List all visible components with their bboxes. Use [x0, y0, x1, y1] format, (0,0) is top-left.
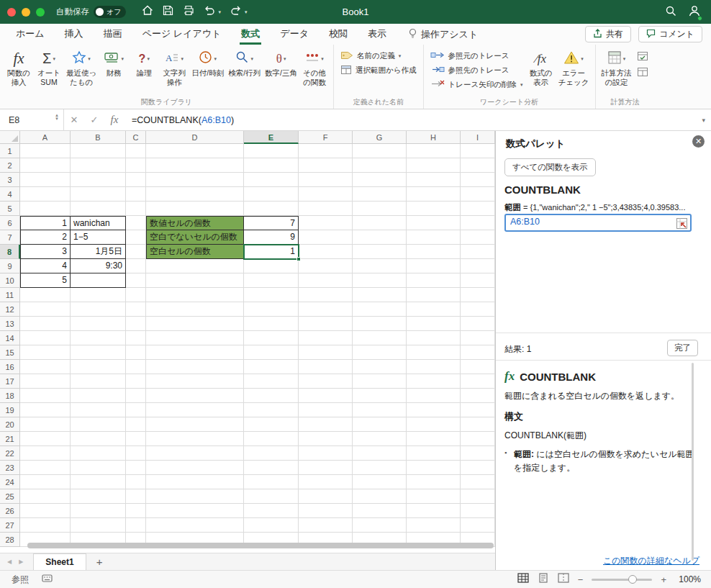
function-help-link[interactable]: この関数の詳細なヘルプ: [603, 555, 699, 567]
zoom-out-icon[interactable]: −: [578, 574, 584, 585]
fill-handle[interactable]: [296, 257, 301, 261]
cell-A6[interactable]: 1: [20, 216, 71, 230]
row-header-24[interactable]: 24: [0, 475, 20, 489]
lookup-reference-button[interactable]: ▾ 検索/行列: [226, 47, 263, 80]
row-header-9[interactable]: 9: [0, 259, 20, 273]
panel-scrollbar[interactable]: [692, 363, 694, 561]
row-header-23[interactable]: 23: [0, 461, 20, 475]
row-header-22[interactable]: 22: [0, 446, 20, 461]
date-time-button[interactable]: ▾ 日付/時刻: [189, 47, 226, 80]
save-icon[interactable]: [163, 5, 173, 19]
cell-D7[interactable]: 空白でないセルの個数: [146, 230, 244, 245]
row-header-12[interactable]: 12: [0, 302, 20, 317]
select-all-corner[interactable]: [0, 131, 20, 144]
row-header-28[interactable]: 28: [0, 533, 20, 547]
comments-button[interactable]: コメント: [638, 26, 702, 42]
close-icon[interactable]: ✕: [692, 135, 705, 148]
zoom-slider[interactable]: [592, 579, 652, 581]
tab-review[interactable]: 校閲: [327, 24, 349, 45]
cell-A9[interactable]: 4: [20, 259, 71, 273]
row-header-11[interactable]: 11: [0, 288, 20, 302]
row-header-13[interactable]: 13: [0, 317, 20, 331]
cell-B9[interactable]: 9:30: [71, 259, 126, 273]
page-layout-view-icon[interactable]: [538, 573, 549, 586]
recently-used-button[interactable]: ▾ 最近使ったもの: [64, 47, 99, 89]
more-functions-button[interactable]: ▾ その他の関数: [299, 47, 330, 89]
home-icon[interactable]: [142, 5, 153, 19]
row-header-2[interactable]: 2: [0, 158, 20, 173]
calculate-sheet-icon[interactable]: [637, 67, 648, 80]
page-break-view-icon[interactable]: [558, 573, 569, 586]
prev-sheet-icon[interactable]: ◀: [7, 558, 12, 565]
cancel-entry-icon[interactable]: ✕: [64, 114, 84, 125]
cell-A10[interactable]: 5: [20, 273, 71, 288]
undo-icon[interactable]: [204, 6, 215, 19]
row-header-6[interactable]: 6: [0, 216, 20, 230]
account-avatar[interactable]: [688, 4, 701, 20]
insert-function-button[interactable]: fx 関数の挿入: [4, 47, 34, 89]
row-header-25[interactable]: 25: [0, 489, 20, 504]
tab-view[interactable]: 表示: [366, 24, 388, 45]
column-header-I[interactable]: I: [461, 131, 495, 144]
logical-button[interactable]: ?▾ 論理: [129, 47, 159, 80]
keyboard-icon[interactable]: [42, 573, 53, 586]
tab-page-layout[interactable]: ページ レイアウト: [141, 24, 223, 45]
tab-formulas[interactable]: 数式: [240, 24, 261, 45]
confirm-entry-icon[interactable]: ✓: [84, 114, 104, 125]
range-argument-input[interactable]: A6:B10: [504, 214, 692, 232]
column-header-D[interactable]: D: [146, 131, 244, 144]
formula-bar-expand-icon[interactable]: ▾: [702, 117, 705, 124]
column-header-E[interactable]: E: [244, 131, 299, 144]
formula-input[interactable]: =COUNTBLANK(A6:B10): [132, 115, 234, 125]
zoom-slider-thumb[interactable]: [628, 575, 637, 584]
text-functions-button[interactable]: A▾ 文字列操作: [159, 47, 189, 89]
trace-precedents-button[interactable]: 参照元のトレース: [430, 50, 523, 62]
minimize-window-button[interactable]: [22, 8, 30, 17]
row-header-26[interactable]: 26: [0, 504, 20, 518]
autosum-button[interactable]: Σ▾ オートSUM: [34, 47, 64, 89]
add-sheet-button[interactable]: +: [96, 556, 103, 568]
name-box-stepper[interactable]: ▲▼: [55, 114, 59, 122]
row-header-10[interactable]: 10: [0, 273, 20, 288]
column-header-A[interactable]: A: [20, 131, 71, 144]
column-header-C[interactable]: C: [126, 131, 146, 144]
cell-E6[interactable]: 7: [244, 216, 299, 230]
tab-home[interactable]: ホーム: [14, 24, 46, 45]
cell-A8[interactable]: 3: [20, 245, 71, 259]
row-header-16[interactable]: 16: [0, 360, 20, 374]
cell-A7[interactable]: 2: [20, 230, 71, 245]
error-checking-button[interactable]: ▾ エラーチェック: [556, 47, 592, 89]
zoom-window-button[interactable]: [36, 8, 45, 17]
row-header-4[interactable]: 4: [0, 187, 20, 202]
row-header-18[interactable]: 18: [0, 389, 20, 403]
row-header-15[interactable]: 15: [0, 345, 20, 360]
cell-B6[interactable]: wanichan: [71, 216, 126, 230]
horizontal-scrollbar[interactable]: [27, 543, 494, 548]
cell-B7[interactable]: 1−5: [71, 230, 126, 245]
column-header-B[interactable]: B: [71, 131, 126, 144]
create-from-selection-button[interactable]: 選択範囲から作成: [340, 64, 417, 76]
define-name-button[interactable]: 名前の定義 ▾: [340, 50, 417, 62]
name-box[interactable]: E8 ▲▼: [0, 109, 63, 131]
tab-insert[interactable]: 挿入: [63, 24, 85, 45]
cell-B10[interactable]: [71, 273, 126, 288]
trace-dependents-button[interactable]: 参照先のトレース: [430, 64, 523, 76]
done-button[interactable]: 完了: [667, 340, 698, 356]
row-header-7[interactable]: 7: [0, 230, 20, 245]
remove-arrows-button[interactable]: トレース矢印の削除 ▾: [430, 78, 523, 91]
redo-dropdown-icon[interactable]: ▾: [245, 9, 248, 15]
show-all-functions-button[interactable]: すべての関数を表示: [504, 158, 596, 176]
row-header-17[interactable]: 17: [0, 374, 20, 389]
close-window-button[interactable]: [7, 8, 16, 17]
zoom-in-icon[interactable]: +: [661, 574, 666, 585]
autosave-control[interactable]: 自動保存 オフ: [56, 6, 126, 18]
search-icon[interactable]: [665, 5, 676, 19]
math-trig-button[interactable]: θ▾ 数字/三角: [263, 47, 299, 80]
row-header-3[interactable]: 3: [0, 173, 20, 187]
undo-dropdown-icon[interactable]: ▾: [218, 9, 221, 15]
row-header-14[interactable]: 14: [0, 331, 20, 345]
row-header-19[interactable]: 19: [0, 403, 20, 417]
next-sheet-icon[interactable]: ▶: [19, 558, 23, 565]
row-header-21[interactable]: 21: [0, 432, 20, 446]
column-header-H[interactable]: H: [407, 131, 461, 144]
